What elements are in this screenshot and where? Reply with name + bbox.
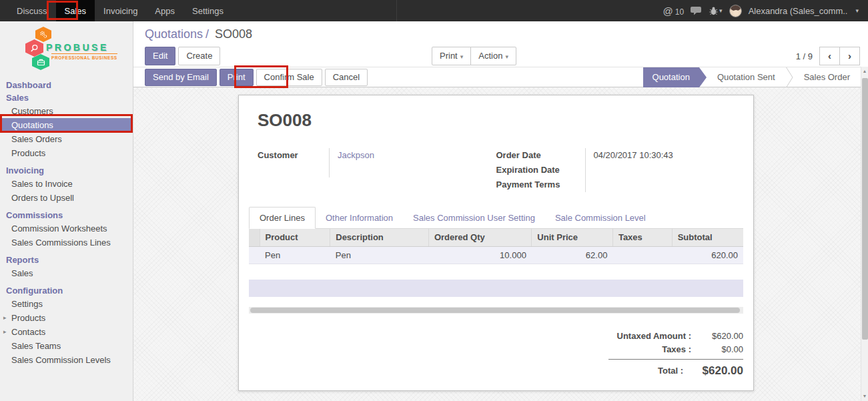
customer-field[interactable]: Jackpson <box>329 148 496 177</box>
sidebar-section-sales[interactable]: Sales <box>0 91 133 104</box>
nav-divider <box>396 0 397 21</box>
column-ordered-qty[interactable]: Ordered Qty <box>428 229 531 246</box>
sidebar-item-sales-commissions-lines[interactable]: Sales Commissions Lines <box>0 236 133 250</box>
cell-subtotal[interactable]: 620.00 <box>672 246 743 264</box>
user-menu-caret-icon: ▾ <box>855 7 859 14</box>
cell-taxes[interactable] <box>612 246 672 264</box>
sidebar-section-commissions[interactable]: Commissions <box>0 209 133 222</box>
sidebar-section-invoicing[interactable]: Invoicing <box>0 164 133 177</box>
top-navbar: Discuss Sales Invoicing Apps Settings @ … <box>0 0 868 21</box>
table-header-row: Product Description Ordered Qty Unit Pri… <box>249 229 743 246</box>
expand-arrow-icon[interactable]: ▸ <box>3 311 7 325</box>
sidebar-item-sales-to-invoice[interactable]: Sales to Invoice <box>0 177 133 191</box>
stage-sales-order[interactable]: Sales Order <box>793 67 861 87</box>
empty-note-strip <box>249 280 743 297</box>
sidebar-item-quotations[interactable]: Quotations <box>0 118 133 132</box>
sidebar-item-sales-teams[interactable]: Sales Teams <box>0 339 133 353</box>
breadcrumb-quotations-link[interactable]: Quotations <box>145 27 203 41</box>
confirm-sale-button[interactable]: Confirm Sale <box>256 69 322 86</box>
sidebar-item-dashboard[interactable]: Dashboard <box>0 79 133 91</box>
breadcrumb-separator: / <box>205 27 209 41</box>
action-dropdown-button[interactable]: Action▾ <box>470 47 516 65</box>
company-logo: PROBUSE PROFESSIONAL BUSINESS <box>0 21 133 79</box>
sidebar-item-customers[interactable]: Customers <box>0 104 133 118</box>
debug-icon[interactable]: ▾ <box>709 6 723 15</box>
messages-icon[interactable] <box>691 6 703 15</box>
sidebar-item-orders-to-upsell[interactable]: Orders to Upsell <box>0 191 133 205</box>
nav-item-settings[interactable]: Settings <box>183 0 232 21</box>
user-menu[interactable]: Alexandra (Sales_comm.. <box>749 6 848 16</box>
nav-item-sales[interactable]: Sales <box>56 0 95 21</box>
row-handle-column <box>249 229 260 246</box>
at-icon: @ <box>663 5 673 17</box>
sidebar-item-reports-sales[interactable]: Sales <box>0 266 133 280</box>
print-action-group: Print▾ Action▾ <box>432 47 516 65</box>
nav-item-apps[interactable]: Apps <box>146 0 183 21</box>
nav-item-discuss[interactable]: Discuss <box>8 0 56 21</box>
column-description[interactable]: Description <box>330 229 429 246</box>
cell-unit-price[interactable]: 62.00 <box>532 246 613 264</box>
customer-link[interactable]: Jackpson <box>338 150 374 160</box>
sidebar-item-sales-commission-levels[interactable]: Sales Commission Levels <box>0 353 133 367</box>
cell-description[interactable]: Pen <box>330 246 429 264</box>
pager-next-button[interactable]: › <box>839 47 860 65</box>
tab-order-lines[interactable]: Order Lines <box>249 207 316 229</box>
create-button[interactable]: Create <box>178 47 220 65</box>
sidebar: PROBUSE PROFESSIONAL BUSINESS Dashboard … <box>0 21 133 401</box>
nav-item-invoicing[interactable]: Invoicing <box>95 0 146 21</box>
mention-count: 10 <box>675 7 684 17</box>
sidebar-item-config-products[interactable]: ▸ Products <box>0 311 133 325</box>
sidebar-item-products[interactable]: Products <box>0 146 133 160</box>
print-caret-icon: ▾ <box>460 53 464 60</box>
tab-other-information[interactable]: Other Information <box>316 208 403 228</box>
expand-arrow-icon[interactable]: ▸ <box>3 325 7 339</box>
print-dropdown-button[interactable]: Print▾ <box>432 47 471 65</box>
debug-caret-icon: ▾ <box>719 7 723 14</box>
payment-terms-label: Payment Terms <box>496 177 585 192</box>
vertical-scrollbar[interactable]: ▲ ▼ <box>861 67 868 401</box>
sidebar-section-reports[interactable]: Reports <box>0 254 133 266</box>
stage-quotation[interactable]: Quotation <box>643 67 699 87</box>
statusbar: Send by Email Print Confirm Sale Cancel … <box>133 67 868 87</box>
column-unit-price[interactable]: Unit Price <box>532 229 613 246</box>
avatar-face <box>733 10 739 15</box>
sidebar-item-commission-worksheets[interactable]: Commission Worksheets <box>0 222 133 236</box>
column-subtotal[interactable]: Subtotal <box>672 229 743 246</box>
cell-ordered-qty[interactable]: 10.000 <box>428 246 531 264</box>
cancel-button[interactable]: Cancel <box>325 69 368 86</box>
total-value: $620.00 <box>683 364 743 378</box>
table-row[interactable]: Pen Pen 10.000 62.00 620.00 <box>249 246 743 264</box>
stage-quotation-sent[interactable]: Quotation Sent <box>707 67 786 87</box>
print-button[interactable]: Print <box>220 69 254 86</box>
column-taxes[interactable]: Taxes <box>612 229 672 246</box>
mentions-counter[interactable]: @ 10 <box>663 5 685 17</box>
customer-label: Customer <box>258 148 329 163</box>
tab-sale-commission-level[interactable]: Sale Commission Level <box>545 208 656 228</box>
horizontal-scrollbar-thumb[interactable] <box>250 308 740 313</box>
order-date-label: Order Date <box>496 148 585 163</box>
document-title: SO008 <box>258 110 735 131</box>
cell-product[interactable]: Pen <box>260 246 330 264</box>
column-product[interactable]: Product <box>260 229 330 246</box>
edit-button[interactable]: Edit <box>145 47 175 65</box>
send-by-email-button[interactable]: Send by Email <box>145 69 217 86</box>
sidebar-item-config-contacts[interactable]: ▸ Contacts <box>0 325 133 339</box>
horizontal-scrollbar[interactable] <box>249 307 743 314</box>
sidebar-item-sales-orders[interactable]: Sales Orders <box>0 132 133 146</box>
scrollbar-up-arrow[interactable]: ▲ <box>861 67 868 76</box>
scrollbar-down-arrow[interactable]: ▼ <box>861 392 868 401</box>
sidebar-item-label: Products <box>11 313 45 323</box>
sidebar-section-configuration[interactable]: Configuration <box>0 284 133 297</box>
stage-pipeline: Quotation Quotation Sent Sales Order <box>643 67 861 87</box>
total-label: Total : <box>602 366 683 376</box>
avatar[interactable] <box>729 5 742 17</box>
vertical-scrollbar-thumb[interactable] <box>862 78 868 340</box>
order-date-field[interactable]: 04/20/2017 10:30:43 <box>585 148 735 192</box>
sidebar-item-config-settings[interactable]: Settings <box>0 297 133 311</box>
field-group: Customer Jackpson Order Date Expiration … <box>258 148 735 192</box>
order-lines-table: Product Description Ordered Qty Unit Pri… <box>249 229 743 264</box>
pager-previous-button[interactable]: ‹ <box>819 47 840 65</box>
expiration-date-label: Expiration Date <box>496 163 585 177</box>
action-caret-icon: ▾ <box>505 53 508 60</box>
tab-sales-commission-user-setting[interactable]: Sales Commission User Setting <box>403 208 545 228</box>
